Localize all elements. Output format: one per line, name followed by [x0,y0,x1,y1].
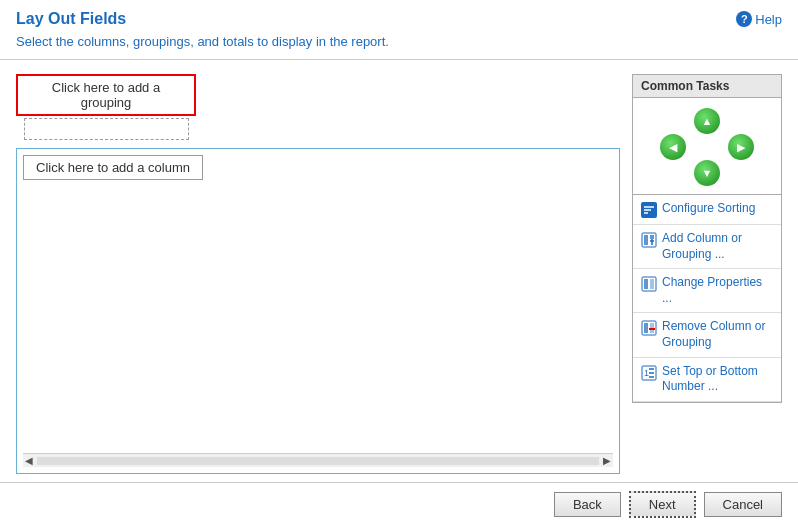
remove-column-grouping-label: Remove Column or Grouping [662,319,773,350]
move-up-button[interactable] [694,108,720,134]
add-column-grouping-label: Add Column or Grouping ... [662,231,773,262]
add-grouping-button[interactable]: Click here to add a grouping [16,74,196,116]
subtitle-text-before: Select the columns, groupings, and total… [16,34,272,49]
next-button[interactable]: Next [629,491,696,518]
configure-sorting-item[interactable]: Configure Sorting [633,195,781,225]
header: Lay Out Fields ? Help [0,0,798,34]
subtitle: Select the columns, groupings, and total… [0,34,798,59]
column-area-inner: Click here to add a column [23,155,613,449]
set-top-bottom-label: Set Top or Bottom Number ... [662,364,773,395]
grouping-area: Click here to add a grouping [16,74,620,140]
svg-rect-10 [644,279,648,289]
left-panel: Click here to add a grouping Click here … [16,74,620,474]
sort-icon [641,202,657,218]
grouping-placeholder [24,118,189,140]
change-properties-label: Change Properties ... [662,275,773,306]
configure-sorting-label: Configure Sorting [662,201,755,217]
help-label: Help [755,12,782,27]
common-tasks-header: Common Tasks [633,75,781,98]
footer: Back Next Cancel [0,482,798,526]
svg-rect-11 [650,279,654,289]
middle-arrow-row [660,134,754,160]
add-column-button[interactable]: Click here to add a column [23,155,203,180]
add-column-icon [641,232,657,248]
scroll-right-arrow[interactable]: ▶ [603,455,611,466]
column-area-wrapper: Click here to add a column ◀ ▶ [16,148,620,474]
topbottom-icon: 1 [641,365,657,381]
move-down-button[interactable] [694,160,720,186]
subtitle-highlight: display [272,34,312,49]
svg-text:1: 1 [644,368,649,378]
change-properties-icon [641,276,657,292]
scroll-left-arrow[interactable]: ◀ [25,455,33,466]
remove-column-grouping-item[interactable]: Remove Column or Grouping [633,313,781,357]
page-container: Lay Out Fields ? Help Select the columns… [0,0,798,526]
horizontal-scrollbar[interactable]: ◀ ▶ [23,453,613,467]
move-right-button[interactable] [728,134,754,160]
main-content: Click here to add a grouping Click here … [0,66,798,482]
page-title: Lay Out Fields [16,10,126,28]
change-properties-item[interactable]: Change Properties ... [633,269,781,313]
add-column-grouping-item[interactable]: Add Column or Grouping ... [633,225,781,269]
remove-column-icon [641,320,657,336]
set-top-bottom-item[interactable]: 1 Set Top or Bottom Number ... [633,358,781,402]
divider [0,59,798,60]
help-link[interactable]: ? Help [736,11,782,27]
svg-rect-13 [644,323,648,333]
bottom-arrow-row [694,160,720,186]
help-icon: ? [736,11,752,27]
common-tasks-panel: Common Tasks [632,74,782,403]
scroll-track[interactable] [37,457,599,465]
svg-rect-5 [644,235,648,245]
navigation-arrows [633,98,781,195]
move-left-button[interactable] [660,134,686,160]
cancel-button[interactable]: Cancel [704,492,782,517]
svg-rect-6 [650,235,654,239]
back-button[interactable]: Back [554,492,621,517]
subtitle-text-after: in the report. [312,34,389,49]
top-arrow-row [694,108,720,134]
